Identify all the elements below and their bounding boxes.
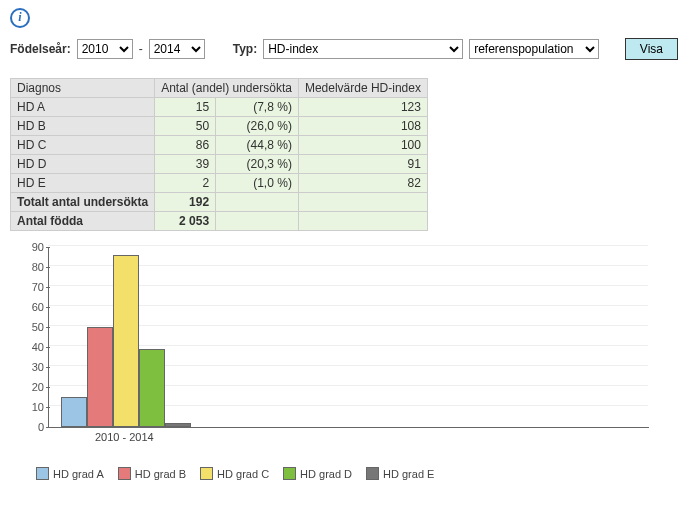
table-row: HD D 39 (20,3 %) 91 [11,155,428,174]
year-to-select[interactable]: 2014 [149,39,205,59]
legend-item: HD grad E [366,467,434,480]
y-tick: 40 [20,341,44,353]
table-row-born: Antal födda 2 053 [11,212,428,231]
y-tick: 60 [20,301,44,313]
legend-label: HD grad D [300,468,352,480]
bar [113,255,139,427]
table-row: HD B 50 (26,0 %) 108 [11,117,428,136]
table-row-total: Totalt antal undersökta 192 [11,193,428,212]
col-diagnos: Diagnos [11,79,155,98]
y-tick: 90 [20,241,44,253]
info-icon[interactable]: i [10,8,30,28]
legend-label: HD grad C [217,468,269,480]
table-row: HD E 2 (1,0 %) 82 [11,174,428,193]
table-row: HD A 15 (7,8 %) 123 [11,98,428,117]
bar [87,327,113,427]
y-tick: 50 [20,321,44,333]
show-button[interactable]: Visa [625,38,678,60]
legend-item: HD grad B [118,467,186,480]
legend-item: HD grad C [200,467,269,480]
legend-item: HD grad A [36,467,104,480]
table-row: HD C 86 (44,8 %) 100 [11,136,428,155]
x-category-label: 2010 - 2014 [95,431,154,443]
type-label: Typ: [233,42,257,56]
y-tick: 30 [20,361,44,373]
legend-label: HD grad E [383,468,434,480]
birthyear-label: Födelseår: [10,42,71,56]
filter-controls: Födelseår: 2010 - 2014 Typ: HD-index ref… [10,38,678,60]
year-dash: - [139,42,143,56]
type-select[interactable]: HD-index [263,39,463,59]
y-tick: 80 [20,261,44,273]
legend-swatch [118,467,131,480]
col-antal: Antal (andel) undersökta [155,79,299,98]
bar [165,423,191,427]
legend-item: HD grad D [283,467,352,480]
legend-swatch [200,467,213,480]
y-tick: 10 [20,401,44,413]
col-medel: Medelvärde HD-index [298,79,427,98]
legend-swatch [36,467,49,480]
legend-swatch [283,467,296,480]
population-select[interactable]: referenspopulation [469,39,599,59]
legend-label: HD grad A [53,468,104,480]
legend: HD grad AHD grad BHD grad CHD grad DHD g… [36,467,678,480]
y-tick: 0 [20,421,44,433]
bar [61,397,87,427]
legend-swatch [366,467,379,480]
legend-label: HD grad B [135,468,186,480]
y-tick: 70 [20,281,44,293]
year-from-select[interactable]: 2010 [77,39,133,59]
bar [139,349,165,427]
results-table: Diagnos Antal (andel) undersökta Medelvä… [10,78,428,231]
y-tick: 20 [20,381,44,393]
bar-chart: 01020304050607080902010 - 2014 HD grad A… [16,245,678,480]
